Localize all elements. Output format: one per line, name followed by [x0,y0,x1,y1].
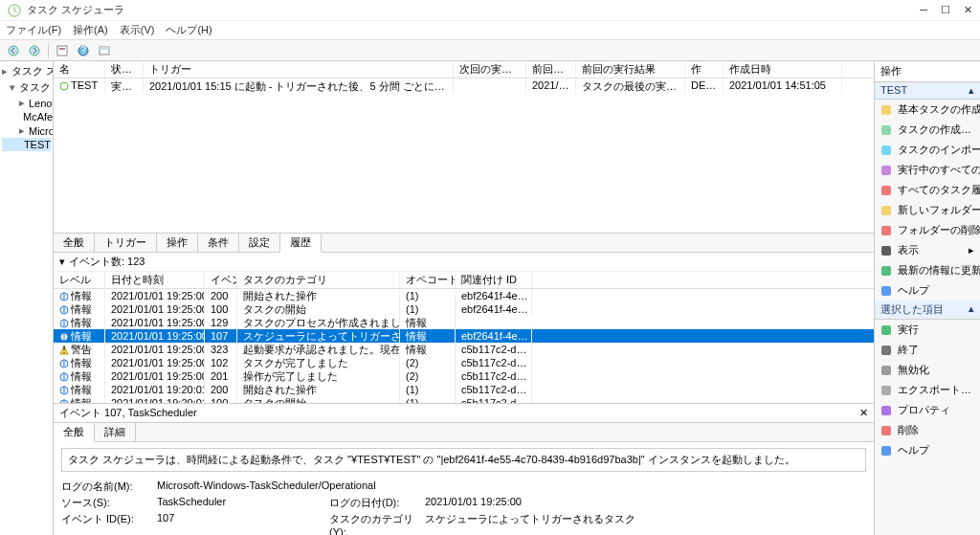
window-title: タスク スケジューラ [27,3,920,17]
svg-text:i: i [63,319,65,328]
collapse-icon[interactable]: ▾ [59,256,65,268]
action-item[interactable]: 表示▸ [875,240,980,260]
action-item[interactable]: タスクの作成… [875,120,980,140]
nav-back-button[interactable] [4,42,23,59]
svg-text:i: i [63,372,65,382]
collapse-icon[interactable]: ▴ [969,302,974,317]
eventid-value: 107 [157,512,320,535]
actions-group-test: TEST▴ [875,82,980,100]
toolbar-extra-button[interactable] [95,42,114,59]
svg-text:i: i [63,332,65,342]
event-row[interactable]: i情報2021/01/01 19:25:00100タスクの開始(1)ebf264… [54,302,874,316]
event-detail: イベント 107, TaskScheduler ✕ 全般 詳細 タスク スケジュ… [54,403,874,535]
tab-actions[interactable]: 操作 [157,234,198,252]
event-row[interactable]: i情報2021/01/01 19:20:01100タスクの開始(1)c5b117… [54,396,874,403]
svg-text:!: ! [62,346,65,355]
event-row[interactable]: i情報2021/01/01 19:25:00107スケジューラによってトリガーさ… [54,329,874,343]
svg-point-2 [30,46,39,56]
menu-action[interactable]: 操作(A) [73,23,108,37]
svg-rect-53 [881,325,891,335]
nav-tree[interactable]: ▸タスク スケジューラ ▾タスク スケジュ… ▸Lenovo McAfee ▸M… [0,61,54,535]
svg-rect-58 [881,426,891,435]
logname-label: ログの名前(M): [61,479,147,494]
action-item[interactable]: 終了 [875,340,980,360]
tree-root[interactable]: ▸タスク スケジューラ [2,63,51,79]
svg-rect-4 [59,48,65,50]
svg-rect-8 [100,47,109,50]
menu-file[interactable]: ファイル(F) [6,23,61,37]
event-row[interactable]: i情報2021/01/01 19:20:01200開始された操作(1)c5b11… [54,383,874,396]
task-row[interactable]: TEST 実行中 2021/01/01 15:15 に起動 - トリガーされた後… [54,78,874,94]
detail-tab-details[interactable]: 詳細 [95,423,136,441]
svg-text:i: i [63,386,65,395]
logname-value: Microsoft-Windows-TaskScheduler/Operatio… [157,479,866,494]
task-list: 名 状… トリガー 次回の実行時刻 前回の実行… 前回の実行結果 作 作成日時 … [54,61,874,234]
maximize-button[interactable]: ☐ [941,4,950,16]
svg-rect-59 [881,446,891,456]
task-list-header[interactable]: 名 状… トリガー 次回の実行時刻 前回の実行… 前回の実行結果 作 作成日時 [54,61,874,78]
action-item[interactable]: 削除 [875,420,980,440]
tab-conditions[interactable]: 条件 [198,234,239,252]
event-row[interactable]: i情報2021/01/01 19:25:00129タスクのプロセスが作成されまし… [54,316,874,329]
tree-library[interactable]: ▾タスク スケジュ… [2,79,51,96]
svg-rect-48 [881,206,891,215]
action-item[interactable]: タスクのインポート… [875,140,980,160]
tree-node-microsoft[interactable]: ▸Microsoft [2,123,51,138]
action-item[interactable]: ヘルプ [875,440,980,460]
svg-text:?: ? [80,45,86,56]
svg-rect-3 [57,46,67,56]
action-item[interactable]: フォルダーの削除 [875,220,980,240]
detail-tab-general[interactable]: 全般 [54,423,95,442]
svg-rect-56 [881,386,891,395]
event-count: イベント数: 123 [69,255,145,269]
detail-tabs: 全般 トリガー 操作 条件 設定 履歴 [54,234,874,253]
event-row[interactable]: !警告2021/01/01 19:25:00323起動要求が承認されました。現在… [54,343,874,356]
svg-rect-50 [881,246,891,256]
tree-node-lenovo[interactable]: ▸Lenovo [2,96,51,110]
nav-fwd-button[interactable] [25,42,44,59]
event-row[interactable]: i情報2021/01/01 19:25:00201操作が完了しました(2)c5b… [54,369,874,383]
action-item[interactable]: 新しいフォルダー… [875,200,980,220]
svg-rect-55 [881,366,891,375]
svg-rect-49 [881,226,891,235]
action-item[interactable]: プロパティ [875,400,980,420]
tree-node-test[interactable]: TEST [2,138,51,151]
action-item[interactable]: 無効化 [875,360,980,380]
svg-rect-46 [881,166,891,175]
toolbar-run-button[interactable] [53,42,72,59]
toolbar-help-button[interactable]: ? [74,42,93,59]
action-item[interactable]: エクスポート… [875,380,980,400]
tab-triggers[interactable]: トリガー [95,234,157,252]
actions-group-selected: 選択した項目▴ [875,301,980,320]
tab-history[interactable]: 履歴 [280,234,322,253]
menubar: ファイル(F) 操作(A) 表示(V) ヘルプ(H) [0,21,980,40]
menu-help[interactable]: ヘルプ(H) [166,23,212,37]
collapse-icon[interactable]: ▴ [969,84,974,97]
svg-rect-44 [881,125,891,135]
tab-general[interactable]: 全般 [54,234,95,252]
category-label: タスクのカテゴリ(Y): [329,512,415,535]
actions-pane: 操作 TEST▴ 基本タスクの作成…タスクの作成…タスクのインポート…実行中のす… [875,61,980,535]
svg-point-15 [60,82,68,90]
tab-settings[interactable]: 設定 [239,234,280,252]
event-list-header[interactable]: レベル 日付と時刻 イベン… タスクのカテゴリ オペコード 関連付け ID [54,272,874,289]
event-detail-close-icon[interactable]: ✕ [859,407,868,419]
action-item[interactable]: すべてのタスク履歴を無効にする [875,180,980,200]
svg-text:i: i [63,292,65,301]
action-item[interactable]: ヘルプ [875,280,980,301]
svg-point-1 [9,46,18,56]
close-button[interactable]: ✕ [964,4,972,16]
menu-view[interactable]: 表示(V) [120,23,155,37]
action-item[interactable]: 実行 [875,320,980,340]
event-row[interactable]: i情報2021/01/01 19:25:00200開始された操作(1)ebf26… [54,289,874,302]
tree-node-mcafee[interactable]: McAfee [2,110,51,123]
event-detail-title: イベント 107, TaskScheduler [59,406,197,420]
eventid-label: イベント ID(E): [61,512,147,535]
event-message: タスク スケジューラは、時間経による起動条件で、タスク "¥TEST¥TEST"… [61,448,866,472]
svg-rect-57 [881,406,891,415]
action-item[interactable]: 基本タスクの作成… [875,100,980,120]
action-item[interactable]: 実行中のすべてのタスクの表示 [875,160,980,180]
event-row[interactable]: i情報2021/01/01 19:25:00102タスクが完了しました(2)c5… [54,356,874,369]
minimize-button[interactable]: ─ [920,4,927,16]
action-item[interactable]: 最新の情報に更新 [875,260,980,280]
